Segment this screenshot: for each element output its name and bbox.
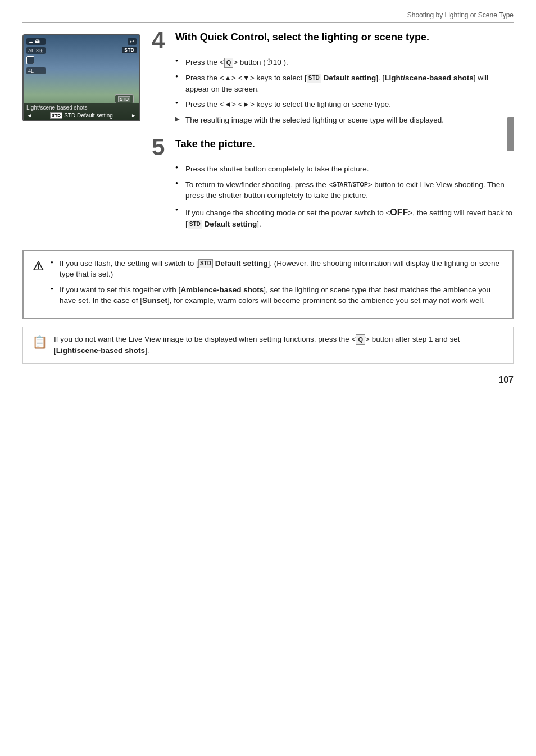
step5-bullet1: Press the shutter button completely to t… bbox=[175, 164, 514, 175]
left-arrow-btn[interactable]: ◄ bbox=[26, 112, 32, 119]
step5-title: Take the picture. bbox=[175, 135, 255, 151]
caution-bullet1: If you use flash, the setting will switc… bbox=[51, 258, 503, 280]
note-doc-icon: 📋 bbox=[32, 335, 47, 349]
info-block: 📋 If you do not want the Live View image… bbox=[22, 327, 514, 364]
caution-block: ⚠ If you use flash, the setting will swi… bbox=[22, 250, 514, 319]
off-text: OFF bbox=[390, 207, 408, 217]
step4-bullet3: Press the <◄> <►> keys to select the lig… bbox=[175, 99, 514, 110]
step5-section: 5 Take the picture. Press the shutter bu… bbox=[152, 135, 514, 229]
default-label: STD STD Default setting bbox=[50, 112, 113, 119]
step4-bullets: Press the <Q> button (⏱10 ). Press the <… bbox=[175, 57, 514, 125]
caution-content: If you use flash, the setting will switc… bbox=[51, 258, 503, 311]
scene-label-text: Light/scene-based shots bbox=[26, 105, 137, 111]
step4-bullet2: Press the <▲> <▼> keys to select [STD De… bbox=[175, 73, 514, 94]
page-number: 107 bbox=[22, 375, 514, 385]
cam-icon-al: 4L bbox=[26, 67, 46, 74]
page-header: Shooting by Lighting or Scene Type bbox=[22, 11, 514, 23]
std-inline2: STD bbox=[188, 220, 202, 229]
step5-bullet2: To return to viewfinder shooting, press … bbox=[175, 179, 514, 201]
step5-bullets: Press the shutter button completely to t… bbox=[175, 164, 514, 229]
cam-icon-undo: ↩ bbox=[128, 38, 137, 45]
right-arrow-btn[interactable]: ► bbox=[131, 112, 137, 119]
std-inline3: STD bbox=[198, 259, 213, 269]
step5-bullet3: If you change the shooting mode or set t… bbox=[175, 206, 514, 230]
camera-screen-top-right: ↩ STD bbox=[122, 38, 137, 53]
info-icon: 📋 bbox=[32, 335, 47, 350]
cam-icon-square bbox=[26, 56, 34, 64]
step5-number: 5 bbox=[152, 135, 170, 159]
step4-title: With Quick Control, select the lighting … bbox=[175, 29, 429, 44]
cam-std-top: STD bbox=[122, 47, 137, 53]
info-content: If you do not want the Live View image t… bbox=[54, 334, 504, 357]
step4-arrow1: The resulting image with the selected li… bbox=[175, 115, 514, 126]
cam-icon-af: AF·S⊞ bbox=[26, 47, 46, 54]
q-button-icon: Q bbox=[224, 58, 234, 68]
caution-bullets: If you use flash, the setting will switc… bbox=[51, 258, 503, 306]
std-badge: STD bbox=[50, 112, 62, 119]
step4-number: 4 bbox=[152, 29, 170, 52]
std-inline1: STD bbox=[307, 74, 321, 83]
cam-std-center: STD bbox=[115, 94, 134, 103]
q-button-icon2: Q bbox=[356, 334, 365, 345]
camera-screen-bottom: Light/scene-based shots ◄ STD STD Defaul… bbox=[24, 103, 139, 120]
side-tab bbox=[507, 117, 514, 151]
camera-screen-icons: ☁ 🏔 AF·S⊞ 4L bbox=[26, 38, 46, 74]
step4-bullet1: Press the <Q> button (⏱10 ). bbox=[175, 57, 514, 68]
caution-icon: ⚠ bbox=[33, 259, 44, 274]
step4-section: 4 With Quick Control, select the lightin… bbox=[152, 29, 514, 125]
cam-icon-scene: ☁ 🏔 bbox=[26, 38, 46, 45]
timer-icon: ⏱ bbox=[266, 58, 273, 66]
camera-illustration: ☁ 🏔 AF·S⊞ 4L ↩ STD STD bbox=[22, 34, 140, 240]
caution-bullet2: If you want to set this together with [A… bbox=[51, 284, 503, 306]
